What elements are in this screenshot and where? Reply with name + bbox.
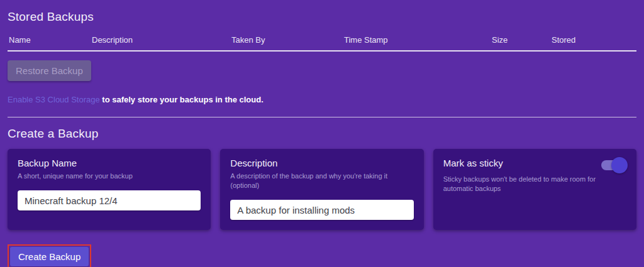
backup-name-label: Backup Name <box>18 158 201 168</box>
mark-as-sticky-card: Mark as sticky Sticky backups won't be d… <box>433 149 636 230</box>
backups-page: Stored Backups Name Description Taken By… <box>0 0 644 267</box>
create-backup-button[interactable]: Create Backup <box>10 247 89 266</box>
s3-storage-notice-text: to safely store your backups in the clou… <box>100 95 264 104</box>
sticky-toggle[interactable] <box>601 159 626 172</box>
toggle-knob-icon <box>611 157 628 173</box>
backup-name-hint: A short, unique name for your backup <box>18 172 201 181</box>
column-header-taken-by: Taken By <box>231 35 344 45</box>
description-label: Description <box>230 158 413 168</box>
column-header-description: Description <box>92 35 231 45</box>
backups-table-header: Name Description Taken By Time Stamp Siz… <box>8 35 636 52</box>
column-header-time-stamp: Time Stamp <box>344 35 492 45</box>
column-header-name: Name <box>9 35 92 45</box>
column-header-stored: Stored <box>552 35 636 45</box>
click-target-annotation: Create Backup <box>8 244 91 267</box>
backup-name-input[interactable] <box>18 190 201 210</box>
backup-name-card: Backup Name A short, unique name for you… <box>8 149 211 230</box>
s3-storage-notice: Enable S3 Cloud Storage to safely store … <box>8 95 636 104</box>
create-backup-form: Backup Name A short, unique name for you… <box>8 149 636 230</box>
stored-backups-title: Stored Backups <box>8 10 636 24</box>
enable-s3-cloud-storage-link[interactable]: Enable S3 Cloud Storage <box>8 95 100 104</box>
mark-as-sticky-hint: Sticky backups won't be deleted to make … <box>443 175 626 193</box>
description-input[interactable] <box>230 200 413 220</box>
mark-as-sticky-label: Mark as sticky <box>443 158 503 168</box>
description-hint: A description of the backup and why you'… <box>230 172 413 190</box>
section-divider <box>8 117 636 117</box>
create-backup-title: Create a Backup <box>8 127 636 141</box>
description-card: Description A description of the backup … <box>220 149 423 230</box>
column-header-size: Size <box>492 35 552 45</box>
restore-backup-button[interactable]: Restore Backup <box>8 60 91 81</box>
